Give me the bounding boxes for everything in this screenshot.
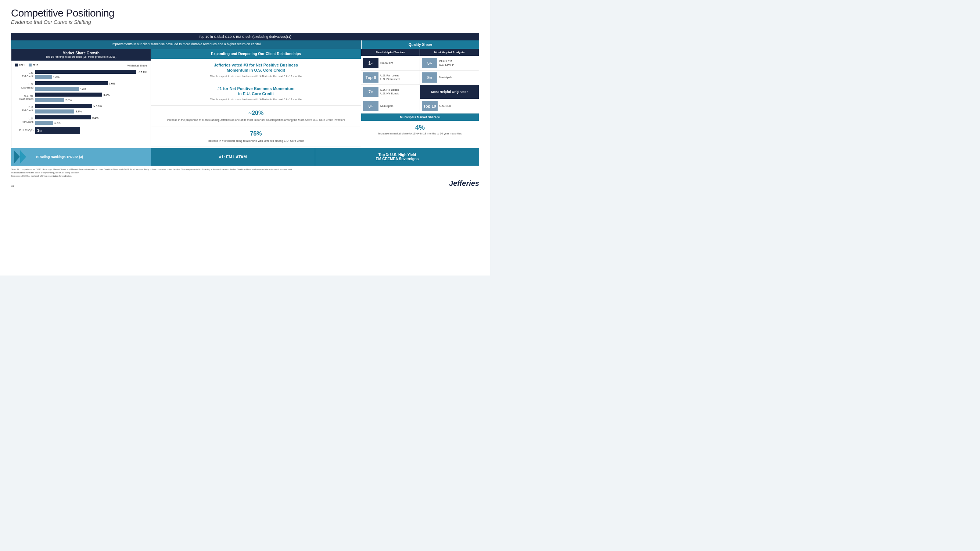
arrow-group bbox=[14, 150, 32, 164]
bar-2021 bbox=[35, 115, 91, 119]
val-2021: 5.2% bbox=[92, 116, 99, 119]
val-2021: > 5.3% bbox=[93, 105, 102, 108]
val-2016: 3.8% bbox=[75, 110, 81, 113]
bar-row: U.S. EM Credit~10.0%1.6% bbox=[15, 70, 147, 79]
bar-row: E.U. CLO(2)1st bbox=[15, 127, 147, 134]
expanding-small-text: Increase in the proportion of clients ra… bbox=[156, 118, 355, 122]
trader-cell: Top 6U.S. Par Loans U.S. Distressed bbox=[361, 70, 420, 84]
bar-2021 bbox=[35, 92, 102, 97]
row-2021: 5.2% bbox=[35, 115, 147, 120]
market-share-header: Market Share Growth Top 10 ranking in si… bbox=[11, 49, 151, 60]
val-2016: 2.8% bbox=[65, 98, 72, 102]
quality-row: 7thE.U. HY Bonds U.S. HY BondsMost Helpf… bbox=[361, 85, 479, 99]
bar-label: E.U. CLO(2) bbox=[15, 129, 35, 132]
bar-label: E.U. EM Credit bbox=[15, 105, 35, 112]
bar-row: E.U. EM Credit> 5.3%3.8% bbox=[15, 104, 147, 113]
expanding-item: ~20%Increase in the proportion of client… bbox=[151, 106, 361, 126]
bottom-item1: #1: EM LATAM bbox=[151, 148, 315, 166]
rank-box: Top 6 bbox=[363, 72, 379, 83]
page-subtitle: Evidence that Our Curve is Shifting bbox=[11, 19, 479, 25]
expanding-section: Expanding and Deepening Our Client Relat… bbox=[151, 49, 361, 147]
bars-container: 1st bbox=[35, 127, 147, 134]
bar-label: U.S. EM Credit bbox=[15, 71, 35, 78]
footnote-line1: Note: All comparisons vs. 2016. Rankings… bbox=[11, 168, 479, 171]
bar-label: U.S. HY Cash Bonds bbox=[15, 94, 35, 101]
val-2021: ~10.0% bbox=[137, 70, 147, 74]
expanding-big-text: ~20% bbox=[156, 110, 355, 117]
bar-2021 bbox=[35, 81, 108, 85]
quality-share-header: Quality Share bbox=[361, 40, 479, 49]
val-2016: 1.7% bbox=[54, 121, 60, 124]
analyst-rank-box: 5th bbox=[422, 58, 437, 68]
legend-box-2021 bbox=[15, 64, 18, 67]
municipals-content: 4% Increase in market share to 11%+ in 1… bbox=[361, 121, 479, 138]
municipals-header: Municipals Market Share % bbox=[361, 113, 479, 121]
chart-legend: 2021 2016 bbox=[15, 64, 38, 67]
analyst-rank-box: 8th bbox=[422, 72, 437, 83]
bars-container: 7.0%4.2% bbox=[35, 81, 147, 91]
quality-row: Top 6U.S. Par Loans U.S. Distressed8thMu… bbox=[361, 70, 479, 85]
bars-container: > 5.3%3.8% bbox=[35, 104, 147, 113]
bar-2016 bbox=[35, 110, 74, 113]
bar-label: U.S. Distressed bbox=[15, 83, 35, 89]
top-banner: Top 10 in Global G10 & EM Credit (exclud… bbox=[11, 33, 479, 40]
bar-wrapper: 7.0%4.2% bbox=[35, 81, 147, 91]
rank-box: 1st bbox=[363, 58, 379, 68]
bars-container: 5.2%1.7% bbox=[35, 115, 147, 125]
bottom-arrows-label: eTrading Rankings 1H2022 (3) bbox=[33, 155, 83, 159]
bars-container: 6.3%2.8% bbox=[35, 92, 147, 102]
bar-2016 bbox=[35, 75, 52, 79]
trader-cell: 1stGlobal EM bbox=[361, 56, 420, 70]
row-2016: 4.2% bbox=[35, 87, 147, 91]
chart-area: 2021 2016 % Market Share U.S. EM Credit~… bbox=[11, 60, 151, 139]
quality-row: 8thMunicipalsTop 10U.S. CLO bbox=[361, 99, 479, 113]
bars-container: ~10.0%1.6% bbox=[35, 70, 147, 79]
bar-wrapper: > 5.3%3.8% bbox=[35, 104, 147, 113]
legend-label-2016: 2016 bbox=[33, 64, 38, 67]
arrow-3 bbox=[27, 150, 32, 164]
main-content: Top 10 in Global G10 & EM Credit (exclud… bbox=[11, 33, 479, 272]
analyst-cell: Top 10U.S. CLO bbox=[420, 99, 479, 113]
bar-label: U.S. Par Loans bbox=[15, 117, 35, 124]
expanding-big-text: Jefferies voted #3 for Net Positive Busi… bbox=[156, 62, 355, 73]
row-2016: 3.8% bbox=[35, 110, 147, 113]
highlight-text: Most Helpful Originator bbox=[422, 90, 477, 94]
main-grid: Market Share Growth Top 10 ranking in si… bbox=[11, 49, 479, 147]
legend-2021: 2021 bbox=[15, 64, 25, 67]
trader-text: Global EM bbox=[380, 61, 393, 65]
bottom-bar: eTrading Rankings 1H2022 (3) #1: EM LATA… bbox=[11, 148, 479, 166]
trader-text: U.S. Par Loans U.S. Distressed bbox=[380, 74, 399, 81]
legend-label-2021: 2021 bbox=[19, 64, 25, 67]
row-2016: 1.7% bbox=[35, 121, 147, 125]
header: Competitive Positioning Evidence that Ou… bbox=[11, 7, 479, 28]
expanding-item: Jefferies voted #3 for Net Positive Busi… bbox=[151, 59, 361, 82]
analyst-cell: Most Helpful Originator bbox=[420, 85, 479, 99]
rank-box: 8th bbox=[363, 101, 379, 111]
analyst-text: Municipals bbox=[439, 76, 452, 80]
quality-col-headers: Most Helpful Traders Most Helpful Analys… bbox=[361, 49, 479, 56]
expanding-item: 75%Increase in # of clients citing relat… bbox=[151, 126, 361, 147]
logo: Jefferies bbox=[449, 179, 479, 188]
bar-2021 bbox=[35, 70, 136, 74]
val-2016: 1.6% bbox=[53, 76, 59, 79]
quality-row: 1stGlobal EM5thGlobal EM U.S. Lev Fin bbox=[361, 56, 479, 70]
market-share-title: Market Share Growth bbox=[14, 51, 148, 55]
footnote-line3: See pages 65-69 at the back of this pres… bbox=[11, 175, 479, 178]
row-2021: ~10.0% bbox=[35, 70, 147, 75]
rank-box: 7th bbox=[363, 87, 379, 97]
trader-cell: 8thMunicipals bbox=[361, 99, 420, 113]
analyst-rank-box: Top 10 bbox=[422, 101, 438, 111]
footnote-line2: and should not form the basis of any len… bbox=[11, 171, 479, 175]
analyst-cell: 8thMunicipals bbox=[420, 70, 479, 84]
expanding-items: Jefferies voted #3 for Net Positive Busi… bbox=[151, 59, 361, 147]
row-2021: 7.0% bbox=[35, 81, 147, 86]
page-title: Competitive Positioning bbox=[11, 7, 479, 19]
expanding-item: #1 for Net Positive Business Momentum in… bbox=[151, 82, 361, 106]
bar-wrapper: ~10.0%1.6% bbox=[35, 70, 147, 79]
bar-first: 1st bbox=[35, 127, 80, 134]
bottom-item2: Top 3: U.S. High Yield EM CEEMEA Soverei… bbox=[315, 148, 479, 166]
quality-section: Most Helpful Traders Most Helpful Analys… bbox=[361, 49, 479, 147]
bar-chart: U.S. EM Credit~10.0%1.6%U.S. Distressed7… bbox=[15, 70, 147, 134]
val-2021: 7.0% bbox=[109, 82, 115, 85]
helpful-analysts-header: Most Helpful Analysts bbox=[420, 49, 479, 56]
